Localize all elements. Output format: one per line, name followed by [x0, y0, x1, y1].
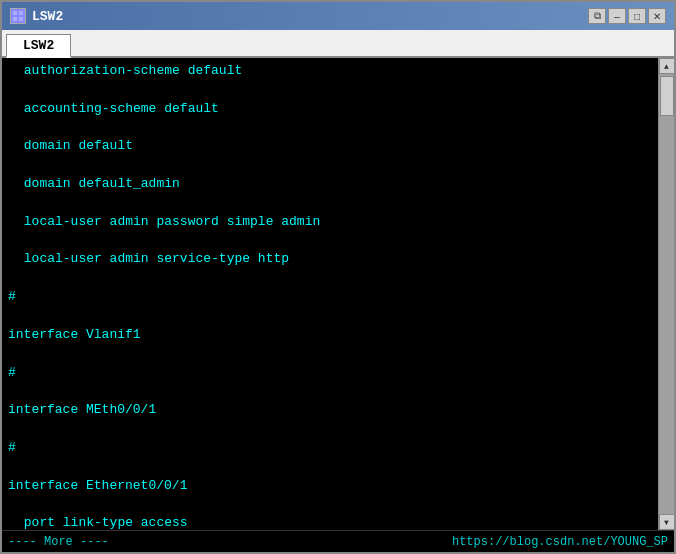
- scroll-down-button[interactable]: ▼: [659, 514, 675, 530]
- terminal-line: accounting-scheme default: [8, 100, 652, 119]
- main-window: LSW2 ⧉ – □ ✕ LSW2 authorization-scheme d…: [0, 0, 676, 554]
- title-bar: LSW2 ⧉ – □ ✕: [2, 2, 674, 30]
- scroll-thumb[interactable]: [660, 76, 674, 116]
- scroll-track[interactable]: [659, 74, 675, 514]
- svg-rect-1: [19, 11, 23, 15]
- terminal-line: local-user admin password simple admin: [8, 213, 652, 232]
- terminal-line: domain default: [8, 137, 652, 156]
- status-bar: ---- More ---- https://blog.csdn.net/YOU…: [2, 530, 674, 552]
- title-bar-left: LSW2: [10, 8, 63, 24]
- tab-lsw2[interactable]: LSW2: [6, 34, 71, 58]
- restore-button[interactable]: ⧉: [588, 8, 606, 24]
- terminal-line: interface MEth0/0/1: [8, 401, 652, 420]
- window-icon: [10, 8, 26, 24]
- terminal-line: authorization-scheme default: [8, 62, 652, 81]
- maximize-button[interactable]: □: [628, 8, 646, 24]
- terminal-line: #: [8, 288, 652, 307]
- window-controls: ⧉ – □ ✕: [588, 8, 666, 24]
- terminal-wrapper: authorization-scheme default accounting-…: [2, 58, 674, 530]
- svg-rect-3: [19, 17, 23, 21]
- tab-bar: LSW2: [2, 30, 674, 58]
- scroll-up-button[interactable]: ▲: [659, 58, 675, 74]
- more-indicator: ---- More ----: [8, 535, 109, 549]
- terminal-line: port link-type access: [8, 514, 652, 530]
- terminal-line: interface Vlanif1: [8, 326, 652, 345]
- close-button[interactable]: ✕: [648, 8, 666, 24]
- terminal-line: #: [8, 439, 652, 458]
- terminal-line: domain default_admin: [8, 175, 652, 194]
- svg-rect-2: [13, 17, 17, 21]
- window-title: LSW2: [32, 9, 63, 24]
- minimize-button[interactable]: –: [608, 8, 626, 24]
- url-text: https://blog.csdn.net/YOUNG_SP: [452, 535, 668, 549]
- svg-rect-0: [13, 11, 17, 15]
- terminal-line: #: [8, 364, 652, 383]
- terminal-line: interface Ethernet0/0/1: [8, 477, 652, 496]
- terminal-line: local-user admin service-type http: [8, 250, 652, 269]
- terminal-content[interactable]: authorization-scheme default accounting-…: [2, 58, 658, 530]
- scrollbar[interactable]: ▲ ▼: [658, 58, 674, 530]
